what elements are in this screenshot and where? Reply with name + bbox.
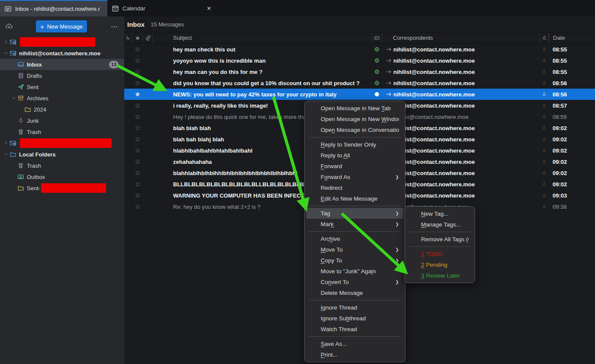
- chevron-icon[interactable]: [10, 95, 17, 102]
- star-icon[interactable]: [132, 91, 143, 97]
- menu-item-copy-to[interactable]: Copy To ❯: [306, 255, 403, 266]
- junk-flame-icon[interactable]: [540, 103, 549, 109]
- chevron-icon[interactable]: [3, 151, 10, 158]
- message-row[interactable]: hey man can you do this for me ? nihilis…: [124, 66, 595, 77]
- menu-item-delete-message[interactable]: Delete Message: [306, 287, 403, 298]
- junk-column-icon[interactable]: [540, 32, 549, 43]
- folder-row-redacted[interactable]: [0, 36, 124, 48]
- junk-flame-icon[interactable]: [540, 80, 549, 86]
- menu-item-3-review-later[interactable]: 3 Review Later: [407, 270, 473, 281]
- menu-item-move-to-junk-again[interactable]: Move to "Junk" Again: [306, 266, 403, 277]
- star-icon[interactable]: [132, 80, 143, 86]
- junk-flame-icon[interactable]: [540, 159, 549, 165]
- chevron-icon[interactable]: [3, 50, 10, 57]
- unread-indicator[interactable]: [372, 92, 382, 96]
- message-row[interactable]: did you know that you could get a 10% di…: [124, 77, 595, 89]
- get-messages-cloud-icon[interactable]: [4, 22, 14, 31]
- close-tab-icon[interactable]: ✕: [205, 4, 213, 12]
- chevron-icon[interactable]: [3, 140, 10, 147]
- unread-indicator[interactable]: [372, 47, 382, 51]
- star-icon[interactable]: [132, 69, 143, 75]
- folder-row-sent[interactable]: Sent: [0, 81, 124, 93]
- junk-flame-icon[interactable]: [540, 137, 549, 142]
- junk-flame-icon[interactable]: [540, 58, 549, 64]
- unread-indicator[interactable]: [372, 70, 382, 74]
- message-row[interactable]: hey man check this out nihilist@contact.…: [124, 44, 595, 55]
- junk-flame-icon[interactable]: [540, 69, 549, 75]
- chevron-icon[interactable]: [10, 117, 17, 124]
- tab-calendar[interactable]: Calendar: [107, 0, 216, 16]
- menu-item-edit-as-new-message[interactable]: Edit As New Message: [306, 193, 403, 204]
- menu-item-1-todo[interactable]: 1 TODO: [407, 249, 473, 259]
- folder-pane-options-icon[interactable]: ···: [109, 22, 120, 31]
- star-icon[interactable]: [132, 181, 143, 187]
- folder-row-nihilist-contact-nowhere-moe[interactable]: nihilist@contact.nowhere.moe: [0, 48, 124, 59]
- folder-row-archives[interactable]: Archives: [0, 93, 124, 104]
- chevron-icon[interactable]: [10, 83, 17, 90]
- folder-row-junk[interactable]: Junk: [0, 115, 124, 126]
- tab-mail-inbox[interactable]: Inbox - nihilist@contact.nowhere.mo: [0, 0, 107, 16]
- folder-row-outbox[interactable]: Outbox: [0, 171, 124, 182]
- junk-flame-icon[interactable]: [540, 182, 549, 187]
- menu-item-remove-all-tags-0[interactable]: Remove All Tags (0): [407, 234, 473, 245]
- menu-item-forward[interactable]: Forward: [306, 161, 403, 172]
- junk-flame-icon[interactable]: [540, 193, 549, 198]
- menu-item-open-message-in-new-window[interactable]: Open Message in New Window: [306, 114, 403, 125]
- junk-flame-icon[interactable]: [540, 204, 549, 210]
- menu-item-ignore-thread[interactable]: Ignore Thread: [306, 302, 403, 313]
- menu-item-archive[interactable]: Archive: [306, 233, 403, 244]
- chevron-icon[interactable]: [17, 106, 24, 113]
- junk-flame-icon[interactable]: [540, 114, 549, 120]
- message-row[interactable]: NEWS: you will need to pay 42% taxes for…: [124, 89, 595, 100]
- chevron-icon[interactable]: [10, 128, 17, 135]
- star-column-icon[interactable]: [132, 32, 143, 43]
- star-icon[interactable]: [132, 170, 143, 176]
- folder-row-drafts[interactable]: Drafts: [0, 70, 124, 81]
- new-message-button[interactable]: + New Message: [36, 20, 87, 32]
- star-icon[interactable]: [132, 125, 143, 131]
- folder-row-trash[interactable]: Trash: [0, 160, 124, 171]
- star-icon[interactable]: [132, 147, 143, 153]
- star-icon[interactable]: [132, 114, 143, 120]
- correspondents-column-icon[interactable]: [372, 32, 382, 43]
- menu-item-ignore-subthread[interactable]: Ignore Subthread: [306, 313, 403, 324]
- menu-item-watch-thread[interactable]: Watch Thread: [306, 324, 403, 335]
- junk-flame-icon[interactable]: [540, 92, 549, 97]
- folder-row-trash[interactable]: Trash: [0, 126, 124, 137]
- star-icon[interactable]: [132, 46, 143, 52]
- chevron-icon[interactable]: [10, 72, 17, 79]
- unread-indicator[interactable]: [372, 58, 382, 63]
- folder-row-redacted[interactable]: [0, 137, 124, 149]
- folder-row-inbox[interactable]: Inbox 13: [0, 59, 124, 70]
- junk-flame-icon[interactable]: [540, 47, 549, 52]
- junk-flame-icon[interactable]: [540, 148, 549, 153]
- star-icon[interactable]: [132, 102, 143, 109]
- chevron-icon[interactable]: [10, 162, 17, 169]
- menu-item-mark[interactable]: Mark ❯: [306, 219, 403, 230]
- menu-item-reply-to-sender-only[interactable]: Reply to Sender Only: [306, 139, 403, 150]
- junk-flame-icon[interactable]: [540, 170, 549, 176]
- star-icon[interactable]: [132, 204, 143, 210]
- menu-item-move-to[interactable]: Move To ❯: [306, 244, 403, 255]
- menu-item-print[interactable]: Print...: [306, 349, 403, 360]
- junk-flame-icon[interactable]: [540, 125, 549, 131]
- correspondents-column-header[interactable]: Correspondents: [382, 32, 540, 43]
- menu-item-tag[interactable]: Tag ❯: [306, 208, 403, 219]
- menu-item-2-pending[interactable]: 2 Pending: [407, 259, 473, 270]
- thread-column-icon[interactable]: [124, 32, 132, 43]
- attachment-column-icon[interactable]: [143, 32, 153, 43]
- menu-item-reply-to-all[interactable]: Reply to All: [306, 150, 403, 161]
- star-icon[interactable]: [132, 192, 143, 198]
- message-row[interactable]: yoyoyo wow this is incredible man nihili…: [124, 55, 595, 66]
- menu-item-redirect[interactable]: Redirect: [306, 182, 403, 193]
- unread-indicator[interactable]: [372, 81, 382, 85]
- chevron-icon[interactable]: [10, 173, 17, 180]
- chevron-icon[interactable]: [3, 38, 10, 45]
- menu-item-open-message-in-conversation[interactable]: Open Message in Conversation: [306, 125, 403, 135]
- folder-row-local-folders[interactable]: Local Folders: [0, 149, 124, 160]
- menu-item-manage-tags[interactable]: Manage Tags...: [407, 219, 473, 230]
- date-column-header[interactable]: Date: [549, 32, 595, 43]
- star-icon[interactable]: [132, 136, 143, 142]
- folder-row-sent-[interactable]: Sent-: [0, 182, 124, 194]
- menu-item-new-tag[interactable]: New Tag...: [407, 208, 473, 219]
